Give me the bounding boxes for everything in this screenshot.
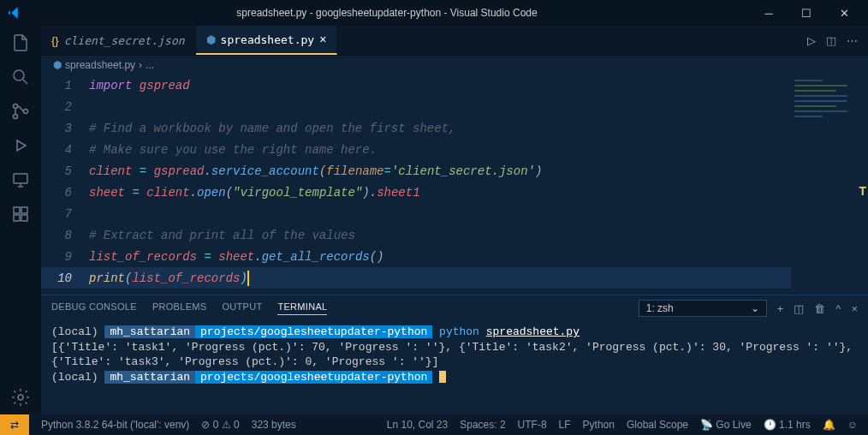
term-output: [{'Title': 'task1', 'Progress (pct.)': 7… [51, 340, 858, 370]
run-icon[interactable]: ▷ [807, 34, 816, 47]
line-number: 1 [41, 79, 89, 92]
minimap[interactable] [791, 74, 868, 295]
svg-point-9 [18, 395, 23, 400]
code-line[interactable]: 2 [41, 96, 791, 117]
tab-bar: {} client_secret.json ⬢ spreadsheet.py ×… [41, 26, 868, 56]
editor-cursor [247, 271, 249, 286]
breadcrumb-more: ... [146, 59, 154, 71]
minimize-icon[interactable]: ─ [752, 0, 786, 26]
remote-indicator[interactable]: ⇄ [0, 414, 29, 435]
titlebar: spreadsheet.py - googlesheetupdater-pyth… [0, 0, 868, 26]
debug-icon[interactable] [10, 135, 31, 156]
window-title: spreadsheet.py - googlesheetupdater-pyth… [22, 7, 752, 19]
line-number: 5 [41, 164, 89, 178]
kill-terminal-icon[interactable]: 🗑 [814, 302, 825, 315]
python-icon: ⬢ [53, 59, 62, 71]
explorer-icon[interactable] [10, 33, 31, 53]
code-line[interactable]: 6sheet = client.open("virgool_template")… [41, 182, 791, 203]
panel-tab-problems[interactable]: PROBLEMS [152, 301, 207, 315]
term-command: python [439, 325, 479, 338]
language-mode[interactable]: Python [583, 419, 615, 431]
feedback-icon[interactable]: ☺ [847, 419, 858, 431]
code-line[interactable]: 5client = gspread.service_account(filena… [41, 160, 791, 182]
svg-rect-4 [14, 174, 27, 183]
code-line[interactable]: 3# Find a workbook by name and open the … [41, 117, 791, 139]
terminal[interactable]: (local) mh_sattarianprojects/googlesheet… [41, 321, 868, 414]
settings-icon[interactable] [10, 387, 31, 408]
search-icon[interactable] [10, 67, 31, 87]
line-number: 4 [41, 143, 89, 157]
line-number: 6 [41, 186, 89, 200]
term-path: projects/googlesheetupdater-python [195, 325, 432, 338]
tab-client-secret[interactable]: {} client_secret.json [41, 26, 196, 55]
extensions-icon[interactable] [10, 204, 31, 224]
svg-point-0 [14, 70, 24, 80]
svg-rect-5 [14, 207, 20, 213]
line-number: 3 [41, 122, 89, 135]
panel-tab-output[interactable]: OUTPUT [222, 301, 262, 315]
more-actions-icon[interactable]: ⋯ [847, 34, 858, 47]
new-terminal-icon[interactable]: + [777, 302, 784, 315]
code-line[interactable]: 4# Make sure you use the right name here… [41, 139, 791, 160]
split-editor-icon[interactable]: ◫ [826, 34, 836, 47]
encoding-status[interactable]: UTF-8 [518, 419, 547, 431]
go-live[interactable]: 📡 Go Live [700, 419, 752, 431]
line-number: 8 [41, 229, 89, 242]
maximize-panel-icon[interactable]: ^ [835, 302, 841, 315]
svg-point-1 [14, 104, 18, 109]
close-panel-icon[interactable]: × [851, 302, 858, 315]
split-terminal-icon[interactable]: ◫ [794, 302, 804, 315]
json-icon: {} [51, 34, 59, 47]
code-line[interactable]: 7 [41, 203, 791, 224]
cursor-position[interactable]: Ln 10, Col 23 [387, 419, 448, 431]
svg-rect-6 [21, 207, 27, 213]
maximize-icon[interactable]: ☐ [789, 0, 823, 26]
tab-label: client_secret.json [64, 34, 185, 47]
panel-tab-debug-console[interactable]: DEBUG CONSOLE [51, 301, 137, 315]
code-line[interactable]: 9list_of_records = sheet.get_all_records… [41, 246, 791, 267]
line-number: 7 [41, 207, 89, 221]
chevron-down-icon: ⌄ [751, 302, 759, 314]
line-number: 9 [41, 250, 89, 264]
scope-status[interactable]: Global Scope [627, 419, 688, 431]
status-bar: ⇄ Python 3.8.2 64-bit ('local': venv) ⊘ … [0, 414, 868, 435]
svg-point-3 [24, 110, 28, 114]
source-control-icon[interactable] [10, 101, 31, 122]
vscode-logo-icon [7, 5, 22, 21]
remote-explorer-icon[interactable] [10, 170, 31, 190]
code-line[interactable]: 1import gspread [41, 74, 791, 96]
activity-bar [0, 26, 41, 414]
eol-status[interactable]: LF [559, 419, 571, 431]
line-number: 10 [41, 271, 89, 285]
term-user: mh_sattarian [104, 325, 195, 338]
svg-rect-8 [21, 215, 27, 221]
breadcrumb[interactable]: ⬢ spreadsheet.py › ... [41, 56, 868, 74]
problems-status[interactable]: ⊘ 0 ⚠ 0 [201, 419, 239, 431]
tab-label: spreadsheet.py [221, 33, 315, 46]
bottom-panel: DEBUG CONSOLEPROBLEMSOUTPUTTERMINAL 1: z… [41, 295, 868, 414]
python-interpreter[interactable]: Python 3.8.2 64-bit ('local': venv) [41, 419, 189, 431]
code-line[interactable]: 8# Extract and print all of the values [41, 224, 791, 246]
line-number: 2 [41, 100, 89, 114]
term-cursor [439, 371, 446, 383]
breadcrumb-file: spreadsheet.py [65, 59, 135, 71]
svg-rect-7 [14, 215, 20, 221]
tab-close-icon[interactable]: × [319, 33, 326, 46]
notifications-icon[interactable]: 🔔 [823, 419, 835, 431]
panel-tab-terminal[interactable]: TERMINAL [277, 301, 327, 315]
time-tracker[interactable]: 🕐 1.1 hrs [764, 419, 811, 431]
python-icon: ⬢ [206, 33, 216, 46]
term-file: spreadsheet.py [486, 325, 580, 338]
close-icon[interactable]: ✕ [827, 0, 861, 26]
truncate-indicator-icon: T [859, 184, 866, 198]
tab-spreadsheet[interactable]: ⬢ spreadsheet.py × [196, 26, 338, 55]
indent-status[interactable]: Spaces: 2 [460, 419, 505, 431]
breadcrumb-sep: › [139, 59, 142, 71]
file-size: 323 bytes [252, 419, 296, 431]
terminal-select[interactable]: 1: zsh ⌄ [639, 300, 767, 317]
code-editor[interactable]: 1import gspread23# Find a workbook by na… [41, 74, 791, 295]
code-line[interactable]: 10print(list_of_records) [41, 267, 791, 289]
svg-point-2 [14, 115, 18, 119]
